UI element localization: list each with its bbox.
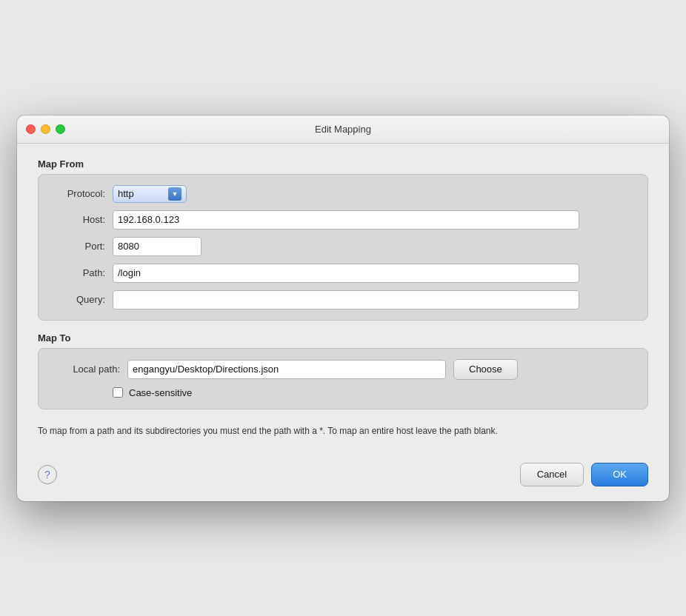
- local-path-input[interactable]: [127, 360, 446, 379]
- map-to-section: Map To Local path: Choose Case-sensitive: [38, 332, 648, 409]
- path-row: Path:: [53, 264, 633, 283]
- window-content: Map From Protocol: http https Host:: [17, 144, 669, 455]
- dropdown-arrow-icon: [168, 187, 182, 201]
- map-to-label: Map To: [38, 332, 648, 344]
- cancel-button[interactable]: Cancel: [520, 463, 584, 486]
- choose-button[interactable]: Choose: [453, 359, 518, 380]
- protocol-label: Protocol:: [53, 188, 105, 199]
- title-bar: Edit Mapping: [17, 116, 669, 144]
- edit-mapping-dialog: Edit Mapping Map From Protocol: http htt…: [17, 116, 669, 501]
- query-row: Query:: [53, 290, 633, 309]
- host-input[interactable]: [113, 210, 579, 230]
- local-path-row: Local path: Choose: [53, 359, 633, 380]
- close-button[interactable]: [26, 124, 36, 134]
- local-path-label: Local path:: [53, 364, 120, 375]
- map-from-label: Map From: [38, 158, 648, 170]
- query-input[interactable]: [113, 290, 579, 309]
- case-sensitive-row: Case-sensitive: [113, 387, 633, 398]
- case-sensitive-checkbox[interactable]: [113, 387, 123, 398]
- host-label: Host:: [53, 214, 105, 225]
- query-label: Query:: [53, 294, 105, 305]
- protocol-row: Protocol: http https: [53, 185, 633, 203]
- port-label: Port:: [53, 241, 105, 252]
- protocol-select[interactable]: http https: [118, 188, 165, 199]
- footer-buttons: Cancel OK: [520, 463, 648, 486]
- help-button[interactable]: ?: [38, 465, 57, 484]
- maximize-button[interactable]: [56, 124, 65, 134]
- minimize-button[interactable]: [41, 124, 50, 134]
- port-input[interactable]: [113, 237, 202, 256]
- map-from-box: Protocol: http https Host:: [38, 174, 648, 321]
- hint-text: To map from a path and its subdirectorie…: [38, 424, 648, 438]
- footer: ? Cancel OK: [17, 455, 669, 501]
- map-to-box: Local path: Choose Case-sensitive: [38, 348, 648, 409]
- traffic-lights: [26, 124, 65, 134]
- host-row: Host:: [53, 210, 633, 230]
- path-label: Path:: [53, 267, 105, 278]
- window-title: Edit Mapping: [315, 124, 371, 135]
- ok-button[interactable]: OK: [591, 463, 648, 486]
- map-from-section: Map From Protocol: http https Host:: [38, 158, 648, 321]
- port-row: Port:: [53, 237, 633, 256]
- case-sensitive-label: Case-sensitive: [129, 387, 192, 398]
- path-input[interactable]: [113, 264, 579, 283]
- protocol-select-container[interactable]: http https: [113, 185, 187, 203]
